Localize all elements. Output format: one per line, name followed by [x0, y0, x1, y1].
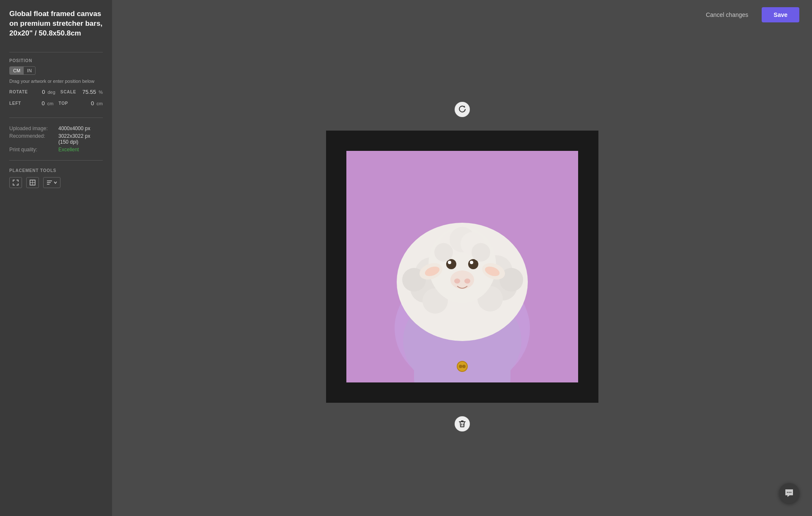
expand-tool-button[interactable]	[9, 177, 22, 188]
scale-label: SCALE	[60, 90, 79, 94]
divider-2	[9, 117, 103, 118]
corner-handle-bl[interactable]	[346, 374, 355, 382]
save-button[interactable]: Save	[762, 7, 799, 22]
svg-point-40	[464, 278, 470, 284]
top-bar: Cancel changes Save	[112, 0, 812, 30]
sheep-svg	[346, 151, 578, 382]
image-info: Uploaded image: 4000x4000 px Recommended…	[9, 126, 103, 154]
rotate-unit: deg	[47, 90, 55, 95]
placement-tools: PLACEMENT TOOLS	[9, 168, 103, 188]
rotate-label: ROTATE	[9, 90, 28, 94]
sidebar: Global float framed canvas on premium st…	[0, 0, 112, 516]
svg-point-15	[459, 365, 462, 368]
center-icon	[30, 180, 36, 186]
recommended-label: Recommended:	[9, 133, 56, 145]
product-title: Global float framed canvas on premium st…	[9, 9, 103, 38]
center-tool-button[interactable]	[26, 177, 39, 188]
sheep-image	[346, 151, 578, 382]
rotate-scale-row: ROTATE 0 deg SCALE 75.55 %	[9, 89, 103, 95]
canvas-frame	[326, 131, 598, 403]
unit-toggle[interactable]: CM IN	[9, 66, 36, 75]
svg-point-37	[470, 261, 473, 264]
scale-unit: %	[99, 90, 103, 95]
top-label: TOP	[59, 101, 77, 106]
corner-handle-br[interactable]	[570, 374, 578, 382]
position-label: POSITION	[9, 58, 103, 63]
quality-label: Print quality:	[9, 147, 56, 153]
expand-icon	[13, 180, 19, 186]
main-content: Cancel changes Save	[112, 0, 812, 516]
unit-cm-button[interactable]: CM	[10, 67, 24, 74]
cancel-changes-button[interactable]: Cancel changes	[699, 7, 755, 22]
svg-point-36	[448, 261, 451, 264]
top-value: 0	[80, 100, 94, 106]
unit-toggle-row: CM IN	[9, 66, 103, 75]
corner-handle-tr[interactable]	[570, 151, 578, 159]
quality-row: Print quality: Excellent	[9, 147, 103, 153]
recommended-value: 3022x3022 px (150 dpi)	[58, 133, 90, 145]
tool-icons-row	[9, 177, 103, 188]
svg-point-50	[790, 492, 792, 493]
recommended-dpi: (150 dpi)	[58, 139, 78, 145]
divider-1	[9, 52, 103, 52]
svg-point-45	[472, 243, 490, 262]
svg-point-44	[434, 243, 453, 262]
unit-in-button[interactable]: IN	[24, 67, 35, 74]
left-unit: cm	[47, 101, 54, 106]
uploaded-value: 4000x4000 px	[58, 126, 90, 131]
uploaded-image-row: Uploaded image: 4000x4000 px	[9, 126, 103, 131]
recommended-px: 3022x3022 px	[58, 133, 90, 139]
canvas-area	[112, 0, 812, 516]
rotate-value: 0	[30, 89, 45, 95]
svg-point-48	[787, 492, 788, 493]
rotate-control[interactable]	[455, 102, 470, 117]
placement-tools-label: PLACEMENT TOOLS	[9, 168, 103, 173]
position-hint: Drag your artwork or enter position belo…	[9, 78, 103, 85]
rotate-icon	[458, 106, 466, 113]
canvas-outer	[326, 131, 598, 403]
corner-handle-tl[interactable]	[346, 151, 355, 159]
delete-control[interactable]	[455, 416, 470, 431]
recommended-row: Recommended: 3022x3022 px (150 dpi)	[9, 133, 103, 145]
left-label: LEFT	[9, 101, 28, 106]
top-unit: cm	[96, 101, 103, 106]
svg-point-39	[454, 278, 460, 284]
svg-point-49	[789, 492, 790, 493]
align-icon	[47, 180, 52, 186]
left-value: 0	[30, 100, 45, 106]
chevron-down-icon	[54, 181, 57, 184]
trash-icon	[459, 420, 466, 428]
divider-3	[9, 160, 103, 161]
svg-point-38	[450, 270, 474, 289]
align-tool-button[interactable]	[43, 177, 60, 188]
quality-value: Excellent	[58, 147, 79, 153]
canvas-image[interactable]	[346, 151, 578, 382]
scale-value: 75.55	[82, 89, 96, 95]
svg-point-16	[462, 365, 466, 368]
uploaded-label: Uploaded image:	[9, 126, 56, 131]
chat-button[interactable]	[779, 483, 799, 503]
chat-icon	[785, 489, 794, 498]
left-top-row: LEFT 0 cm TOP 0 cm	[9, 100, 103, 106]
